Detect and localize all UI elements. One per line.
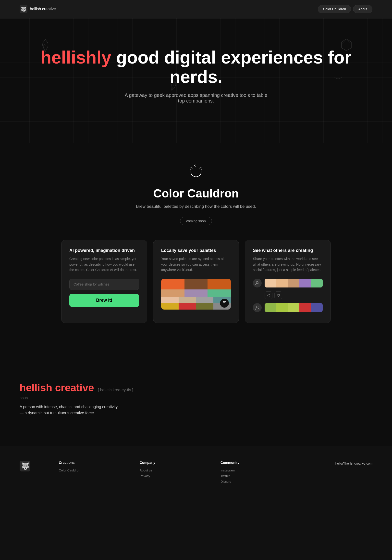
feature-sync-card: Locally save your palettes Your saved pa… <box>153 240 239 323</box>
product-desc: Brew beautiful palettes by describing ho… <box>20 204 372 209</box>
footer-email: hello@hellishcreative.com <box>335 461 372 465</box>
footer-link-color-cauldron[interactable]: Color Cauldron <box>59 469 130 472</box>
svg-point-11 <box>269 294 270 294</box>
svg-point-10 <box>256 281 258 283</box>
palette-swatch <box>161 303 179 310</box>
footer-col-community: Community Instagram Twitter Discord <box>220 461 292 485</box>
palette-swatch <box>161 279 184 289</box>
feature-ai-card: AI powered, imagination driven Creating … <box>61 240 147 323</box>
about-definition: A person with intense, chaotic, and chal… <box>20 404 122 416</box>
like-button[interactable] <box>274 291 282 299</box>
palette-row-2 <box>161 289 231 297</box>
footer-grid: 🐺 Creations Color Cauldron Company About… <box>20 461 372 485</box>
svg-point-13 <box>267 295 268 296</box>
product-title: Color Cauldron <box>20 187 372 200</box>
community-row-2 <box>253 303 323 312</box>
hero-subtitle: A gateway to geek approved apps spanning… <box>122 92 270 104</box>
palette-row-1 <box>161 279 231 289</box>
cauldron-icon-container <box>20 163 372 181</box>
about-section: hellish creative [ hel-ish kree-ey-tiv ]… <box>0 352 392 446</box>
footer-logo-container: 🐺 <box>20 461 49 472</box>
palette-swatch <box>179 297 196 303</box>
about-brand-name: hellish creative <box>20 382 94 394</box>
footer-link-instagram[interactable]: Instagram <box>220 469 292 472</box>
palette-swatch <box>161 289 184 297</box>
palette-swatch <box>196 297 213 303</box>
hero-title-accent: hellishly <box>41 48 111 67</box>
footer-creations-title: Creations <box>59 461 130 465</box>
about-pos: noun <box>20 396 372 400</box>
palette-save-icon <box>220 299 229 308</box>
palette-swatch <box>161 297 179 303</box>
community-palettes <box>253 279 323 312</box>
nav-links: Color Cauldron About <box>318 5 372 13</box>
feature-community-title: See what others are creating <box>253 248 323 253</box>
coming-soon-badge: coming soon <box>180 217 212 225</box>
svg-text:🐺: 🐺 <box>21 462 30 470</box>
product-section: Color Cauldron Brew beautiful palettes b… <box>0 143 392 352</box>
svg-line-14 <box>268 294 269 295</box>
footer-link-about-us[interactable]: About us <box>140 469 211 472</box>
feature-ai-desc: Creating new color palettes is as simple… <box>69 256 139 273</box>
brew-button[interactable]: Brew it! <box>69 294 139 307</box>
footer-link-privacy[interactable]: Privacy <box>140 474 211 478</box>
brew-input-container <box>69 279 139 290</box>
features-grid: AI powered, imagination driven Creating … <box>61 240 331 323</box>
nav-logo: 🐺 hellish creative <box>20 5 56 13</box>
hero-title-rest: good digital experiences for nerds. <box>111 48 351 87</box>
footer-link-discord[interactable]: Discord <box>220 480 292 483</box>
feature-community-card: See what others are creating Share your … <box>245 240 331 323</box>
palette-swatch <box>184 289 208 297</box>
footer-link-twitter[interactable]: Twitter <box>220 474 292 478</box>
palette-swatch <box>179 303 196 310</box>
feature-community-desc: Share your palettes with the world and s… <box>253 256 323 273</box>
community-palette-1 <box>265 279 323 287</box>
cauldron-icon <box>187 163 205 180</box>
svg-point-12 <box>269 296 270 297</box>
svg-line-15 <box>268 295 269 296</box>
svg-text:🐺: 🐺 <box>21 6 27 12</box>
footer: 🐺 Creations Color Cauldron Company About… <box>0 446 392 500</box>
hero-section: hellishly good digital experiences for n… <box>0 18 392 143</box>
palette-swatch <box>208 279 231 289</box>
palette-swatch <box>208 289 231 297</box>
palette-swatch <box>196 303 213 310</box>
hero-title: hellishly good digital experiences for n… <box>20 48 372 87</box>
brew-input[interactable] <box>69 279 139 290</box>
nav-logo-text: hellish creative <box>30 7 56 11</box>
logo-icon: 🐺 <box>20 5 27 13</box>
hero-content: hellishly good digital experiences for n… <box>20 48 372 104</box>
footer-community-title: Community <box>220 461 292 465</box>
svg-rect-9 <box>223 301 226 305</box>
about-brand: hellish creative [ hel-ish kree-ey-tiv ] <box>20 382 372 394</box>
share-button[interactable] <box>265 291 272 299</box>
community-avatar-1 <box>253 279 262 287</box>
footer-col-company: Company About us Privacy <box>140 461 211 480</box>
footer-logo-icon: 🐺 <box>20 461 30 471</box>
nav-color-cauldron-button[interactable]: Color Cauldron <box>318 5 351 13</box>
footer-company-title: Company <box>140 461 211 465</box>
nav-about-button[interactable]: About <box>353 5 372 13</box>
svg-point-16 <box>256 306 258 308</box>
palette-preview-container <box>161 279 231 310</box>
community-avatar-2 <box>253 303 262 312</box>
page-wrapper: 🐺 hellish creative Color Cauldron About <box>0 0 392 500</box>
footer-col-creations: Creations Color Cauldron <box>59 461 130 474</box>
community-palette-2 <box>265 303 323 312</box>
feature-sync-desc: Your saved palettes are synced across al… <box>161 256 231 273</box>
feature-sync-title: Locally save your palettes <box>161 248 231 253</box>
navbar: 🐺 hellish creative Color Cauldron About <box>0 0 392 18</box>
community-actions <box>253 290 323 300</box>
about-phonetic: [ hel-ish kree-ey-tiv ] <box>98 388 133 392</box>
svg-point-7 <box>195 165 196 166</box>
feature-ai-title: AI powered, imagination driven <box>69 248 139 253</box>
palette-swatch <box>184 279 208 289</box>
community-row-1 <box>253 279 323 287</box>
